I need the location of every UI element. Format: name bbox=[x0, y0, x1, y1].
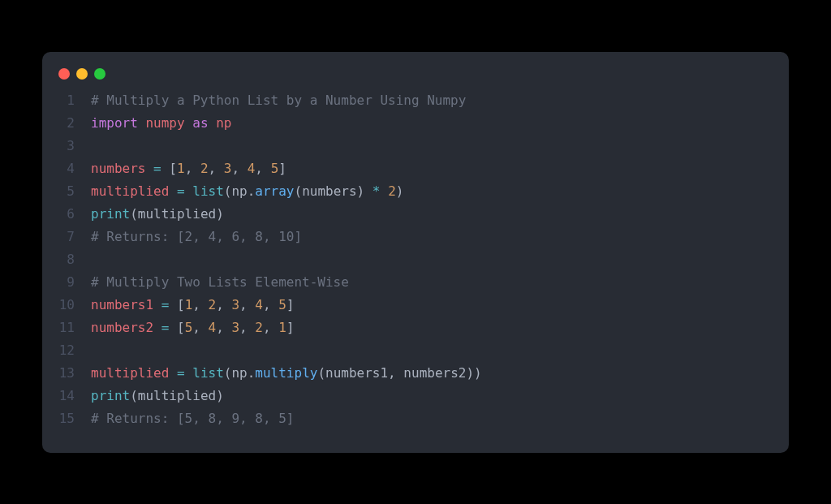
token-number: 2 bbox=[388, 183, 396, 199]
code-line: 10numbers1 = [1, 2, 3, 4, 5] bbox=[58, 297, 773, 320]
token-punct: , bbox=[209, 161, 224, 176]
code-content: print(multiplied) bbox=[91, 206, 224, 222]
code-line: 14print(multiplied) bbox=[58, 388, 773, 411]
code-content: multiplied = list(np.multiply(numbers1, … bbox=[91, 365, 482, 381]
code-content: # Returns: [5, 8, 9, 8, 5] bbox=[91, 411, 294, 426]
token-bracket: ) bbox=[466, 365, 474, 381]
token-keyword: import bbox=[91, 115, 138, 131]
close-icon[interactable] bbox=[58, 68, 70, 80]
token-number: 3 bbox=[224, 161, 232, 176]
token-plain bbox=[185, 115, 193, 131]
token-punct: , bbox=[216, 320, 231, 335]
token-bracket: ] bbox=[278, 161, 286, 176]
line-number: 15 bbox=[58, 411, 91, 426]
token-plain bbox=[145, 161, 153, 176]
token-plain bbox=[381, 183, 389, 199]
token-number: 4 bbox=[255, 297, 263, 312]
token-builtin: list bbox=[192, 183, 224, 199]
window-titlebar bbox=[42, 68, 789, 93]
code-line: 9# Multiply Two Lists Element-Wise bbox=[58, 274, 773, 297]
line-number: 4 bbox=[58, 161, 91, 176]
token-plain bbox=[185, 183, 193, 199]
token-bracket: ) bbox=[216, 388, 224, 403]
token-punct: . bbox=[248, 365, 256, 381]
token-plain: numbers bbox=[302, 183, 356, 199]
token-punct: , bbox=[192, 297, 208, 312]
maximize-icon[interactable] bbox=[94, 68, 105, 80]
code-line: 4numbers = [1, 2, 3, 4, 5] bbox=[58, 161, 773, 183]
code-line: 1# Multiply a Python List by a Number Us… bbox=[58, 93, 773, 115]
token-operator: = bbox=[177, 365, 185, 381]
code-line: 12 bbox=[58, 342, 773, 365]
code-window: 1# Multiply a Python List by a Number Us… bbox=[42, 52, 789, 453]
token-operator: * bbox=[372, 183, 381, 199]
line-number: 5 bbox=[58, 183, 91, 199]
token-number: 4 bbox=[209, 320, 217, 335]
token-bracket: ( bbox=[130, 206, 138, 222]
token-comment: # Multiply Two Lists Element-Wise bbox=[91, 274, 349, 290]
token-comment: # Returns: [2, 4, 6, 8, 10] bbox=[91, 229, 302, 244]
token-variable: numbers bbox=[91, 161, 145, 176]
token-number: 2 bbox=[200, 161, 209, 176]
token-punct: , bbox=[185, 161, 200, 176]
token-plain bbox=[153, 297, 161, 312]
code-content: # Multiply a Python List by a Number Usi… bbox=[91, 93, 466, 108]
token-bracket: ) bbox=[357, 183, 365, 199]
token-punct: , bbox=[255, 161, 270, 176]
token-number: 2 bbox=[255, 320, 263, 335]
token-func: multiply bbox=[255, 365, 317, 381]
code-editor[interactable]: 1# Multiply a Python List by a Number Us… bbox=[42, 93, 789, 433]
token-plain: numbers1 bbox=[325, 365, 388, 381]
code-line: 3 bbox=[58, 138, 773, 161]
token-punct: , bbox=[388, 365, 403, 381]
token-punct: , bbox=[263, 297, 278, 312]
token-punct: , bbox=[239, 297, 255, 312]
code-line: 15# Returns: [5, 8, 9, 8, 5] bbox=[58, 411, 773, 433]
code-line: 6print(multiplied) bbox=[58, 206, 773, 229]
line-number: 1 bbox=[58, 93, 91, 108]
token-plain bbox=[169, 365, 177, 381]
token-number: 5 bbox=[271, 161, 279, 176]
line-number: 10 bbox=[58, 297, 91, 312]
token-plain bbox=[153, 320, 161, 335]
token-bracket: ( bbox=[317, 365, 325, 381]
token-plain: multiplied bbox=[138, 206, 216, 222]
token-bracket: ( bbox=[224, 183, 232, 199]
token-operator: = bbox=[177, 183, 185, 199]
token-punct: , bbox=[231, 161, 247, 176]
minimize-icon[interactable] bbox=[76, 68, 88, 80]
code-content: multiplied = list(np.array(numbers) * 2) bbox=[91, 183, 403, 199]
token-variable: multiplied bbox=[91, 365, 169, 381]
code-content: # Multiply Two Lists Element-Wise bbox=[91, 274, 349, 290]
token-number: 1 bbox=[185, 297, 193, 312]
code-content: numbers1 = [1, 2, 3, 4, 5] bbox=[91, 297, 295, 312]
line-number: 12 bbox=[58, 342, 91, 358]
token-comment: # Multiply a Python List by a Number Usi… bbox=[91, 93, 466, 108]
code-line: 13multiplied = list(np.multiply(numbers1… bbox=[58, 365, 773, 388]
line-number: 7 bbox=[58, 229, 91, 244]
line-number: 11 bbox=[58, 320, 91, 335]
token-plain: numbers2 bbox=[403, 365, 466, 381]
token-bracket: ( bbox=[295, 183, 303, 199]
token-operator: = bbox=[161, 297, 170, 312]
token-builtin: print bbox=[91, 388, 130, 403]
token-bracket: [ bbox=[169, 161, 177, 176]
token-plain: np bbox=[231, 365, 247, 381]
token-operator: = bbox=[153, 161, 161, 176]
token-variable: multiplied bbox=[91, 183, 169, 199]
code-line: 2import numpy as np bbox=[58, 115, 773, 138]
token-builtin: print bbox=[91, 206, 130, 222]
token-punct: , bbox=[216, 297, 231, 312]
token-bracket: ] bbox=[286, 320, 295, 335]
token-plain bbox=[138, 115, 146, 131]
token-bracket: [ bbox=[177, 320, 185, 335]
token-number: 1 bbox=[177, 161, 185, 176]
token-builtin: list bbox=[192, 365, 224, 381]
token-punct: , bbox=[263, 320, 278, 335]
token-plain: np bbox=[231, 183, 247, 199]
token-punct: , bbox=[192, 320, 208, 335]
token-plain bbox=[169, 297, 177, 312]
token-punct: . bbox=[248, 183, 256, 199]
code-content: numbers = [1, 2, 3, 4, 5] bbox=[91, 161, 286, 176]
line-number: 9 bbox=[58, 274, 91, 290]
